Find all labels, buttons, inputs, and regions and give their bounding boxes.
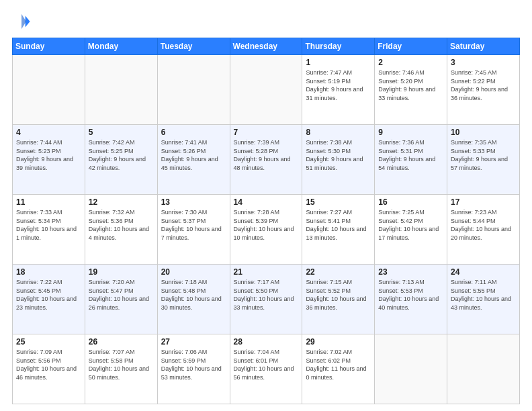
day-number: 6 (161, 128, 226, 137)
day-number: 5 (89, 128, 154, 137)
calendar-cell: 8Sunrise: 7:38 AM Sunset: 5:30 PM Daylig… (302, 125, 375, 195)
day-number: 11 (16, 197, 81, 207)
day-info: Sunrise: 7:41 AM Sunset: 5:26 PM Dayligh… (161, 138, 226, 172)
calendar-week-row: 4Sunrise: 7:44 AM Sunset: 5:23 PM Daylig… (13, 125, 520, 195)
day-info: Sunrise: 7:20 AM Sunset: 5:47 PM Dayligh… (89, 278, 154, 312)
day-number: 1 (306, 58, 371, 67)
calendar-cell: 23Sunrise: 7:13 AM Sunset: 5:53 PM Dayli… (375, 265, 447, 334)
day-number: 21 (234, 267, 299, 277)
calendar-cell: 19Sunrise: 7:20 AM Sunset: 5:47 PM Dayli… (85, 265, 157, 334)
calendar-cell (85, 55, 157, 125)
day-info: Sunrise: 7:23 AM Sunset: 5:44 PM Dayligh… (451, 208, 516, 242)
day-number: 27 (161, 337, 226, 347)
calendar-cell: 17Sunrise: 7:23 AM Sunset: 5:44 PM Dayli… (447, 195, 520, 265)
calendar-cell: 26Sunrise: 7:07 AM Sunset: 5:58 PM Dayli… (85, 334, 157, 404)
day-info: Sunrise: 7:44 AM Sunset: 5:23 PM Dayligh… (16, 138, 81, 172)
calendar-cell: 27Sunrise: 7:06 AM Sunset: 5:59 PM Dayli… (157, 334, 230, 404)
day-number: 18 (16, 267, 81, 277)
day-of-week-header: Tuesday (157, 38, 230, 55)
day-number: 4 (16, 128, 81, 137)
day-info: Sunrise: 7:39 AM Sunset: 5:28 PM Dayligh… (234, 138, 299, 172)
day-info: Sunrise: 7:47 AM Sunset: 5:19 PM Dayligh… (306, 68, 371, 102)
day-number: 7 (234, 128, 299, 137)
day-info: Sunrise: 7:13 AM Sunset: 5:53 PM Dayligh… (378, 278, 443, 312)
day-number: 17 (451, 197, 516, 207)
day-info: Sunrise: 7:30 AM Sunset: 5:37 PM Dayligh… (161, 208, 226, 242)
calendar-cell: 5Sunrise: 7:42 AM Sunset: 5:25 PM Daylig… (85, 125, 157, 195)
day-of-week-header: Sunday (13, 38, 85, 55)
calendar-cell: 11Sunrise: 7:33 AM Sunset: 5:34 PM Dayli… (13, 195, 85, 265)
calendar-cell: 25Sunrise: 7:09 AM Sunset: 5:56 PM Dayli… (13, 334, 85, 404)
day-info: Sunrise: 7:33 AM Sunset: 5:34 PM Dayligh… (16, 208, 81, 242)
day-number: 25 (16, 337, 81, 347)
day-info: Sunrise: 7:09 AM Sunset: 5:56 PM Dayligh… (16, 348, 81, 381)
day-info: Sunrise: 7:02 AM Sunset: 6:02 PM Dayligh… (306, 348, 371, 381)
day-info: Sunrise: 7:04 AM Sunset: 6:01 PM Dayligh… (234, 348, 299, 381)
day-info: Sunrise: 7:17 AM Sunset: 5:50 PM Dayligh… (234, 278, 299, 312)
day-info: Sunrise: 7:15 AM Sunset: 5:52 PM Dayligh… (306, 278, 371, 312)
day-number: 24 (451, 267, 516, 277)
day-info: Sunrise: 7:46 AM Sunset: 5:20 PM Dayligh… (378, 68, 443, 102)
day-info: Sunrise: 7:32 AM Sunset: 5:36 PM Dayligh… (89, 208, 154, 242)
day-info: Sunrise: 7:35 AM Sunset: 5:33 PM Dayligh… (451, 138, 516, 172)
day-number: 20 (161, 267, 226, 277)
calendar-week-row: 18Sunrise: 7:22 AM Sunset: 5:45 PM Dayli… (13, 265, 520, 334)
calendar-week-row: 1Sunrise: 7:47 AM Sunset: 5:19 PM Daylig… (13, 55, 520, 125)
day-number: 13 (161, 197, 226, 207)
calendar-cell: 1Sunrise: 7:47 AM Sunset: 5:19 PM Daylig… (302, 55, 375, 125)
calendar-cell: 2Sunrise: 7:46 AM Sunset: 5:20 PM Daylig… (375, 55, 447, 125)
day-of-week-header: Thursday (302, 38, 375, 55)
calendar-cell: 4Sunrise: 7:44 AM Sunset: 5:23 PM Daylig… (13, 125, 85, 195)
calendar-cell: 6Sunrise: 7:41 AM Sunset: 5:26 PM Daylig… (157, 125, 230, 195)
calendar-cell: 15Sunrise: 7:27 AM Sunset: 5:41 PM Dayli… (302, 195, 375, 265)
day-number: 2 (378, 58, 443, 67)
day-info: Sunrise: 7:45 AM Sunset: 5:22 PM Dayligh… (451, 68, 516, 102)
calendar-cell: 22Sunrise: 7:15 AM Sunset: 5:52 PM Dayli… (302, 265, 375, 334)
day-number: 16 (378, 197, 443, 207)
day-info: Sunrise: 7:25 AM Sunset: 5:42 PM Dayligh… (378, 208, 443, 242)
calendar-cell: 7Sunrise: 7:39 AM Sunset: 5:28 PM Daylig… (230, 125, 302, 195)
day-number: 10 (451, 128, 516, 137)
day-info: Sunrise: 7:38 AM Sunset: 5:30 PM Dayligh… (306, 138, 371, 172)
day-of-week-header: Wednesday (230, 38, 302, 55)
day-number: 12 (89, 197, 154, 207)
calendar-header-row: SundayMondayTuesdayWednesdayThursdayFrid… (13, 38, 520, 55)
calendar-cell: 29Sunrise: 7:02 AM Sunset: 6:02 PM Dayli… (302, 334, 375, 404)
day-number: 9 (378, 128, 443, 137)
calendar-cell: 24Sunrise: 7:11 AM Sunset: 5:55 PM Dayli… (447, 265, 520, 334)
day-number: 14 (234, 197, 299, 207)
day-number: 28 (234, 337, 299, 347)
logo (12, 12, 34, 31)
header (12, 12, 520, 31)
day-info: Sunrise: 7:36 AM Sunset: 5:31 PM Dayligh… (378, 138, 443, 172)
calendar-cell: 18Sunrise: 7:22 AM Sunset: 5:45 PM Dayli… (13, 265, 85, 334)
calendar-week-row: 11Sunrise: 7:33 AM Sunset: 5:34 PM Dayli… (13, 195, 520, 265)
day-number: 26 (89, 337, 154, 347)
day-of-week-header: Friday (375, 38, 447, 55)
day-number: 15 (306, 197, 371, 207)
day-number: 19 (89, 267, 154, 277)
calendar-cell (447, 334, 520, 404)
day-info: Sunrise: 7:18 AM Sunset: 5:48 PM Dayligh… (161, 278, 226, 312)
day-number: 3 (451, 58, 516, 67)
day-number: 23 (378, 267, 443, 277)
calendar-cell: 13Sunrise: 7:30 AM Sunset: 5:37 PM Dayli… (157, 195, 230, 265)
calendar-cell: 21Sunrise: 7:17 AM Sunset: 5:50 PM Dayli… (230, 265, 302, 334)
day-info: Sunrise: 7:11 AM Sunset: 5:55 PM Dayligh… (451, 278, 516, 312)
day-number: 8 (306, 128, 371, 137)
calendar-cell (157, 55, 230, 125)
logo-icon (12, 12, 31, 31)
calendar-cell: 12Sunrise: 7:32 AM Sunset: 5:36 PM Dayli… (85, 195, 157, 265)
calendar-cell: 16Sunrise: 7:25 AM Sunset: 5:42 PM Dayli… (375, 195, 447, 265)
calendar-cell: 20Sunrise: 7:18 AM Sunset: 5:48 PM Dayli… (157, 265, 230, 334)
calendar: SundayMondayTuesdayWednesdayThursdayFrid… (12, 38, 520, 404)
day-number: 29 (306, 337, 371, 347)
calendar-cell: 14Sunrise: 7:28 AM Sunset: 5:39 PM Dayli… (230, 195, 302, 265)
day-info: Sunrise: 7:28 AM Sunset: 5:39 PM Dayligh… (234, 208, 299, 242)
calendar-cell (230, 55, 302, 125)
page: SundayMondayTuesdayWednesdayThursdayFrid… (0, 0, 532, 411)
calendar-cell: 28Sunrise: 7:04 AM Sunset: 6:01 PM Dayli… (230, 334, 302, 404)
day-info: Sunrise: 7:06 AM Sunset: 5:59 PM Dayligh… (161, 348, 226, 381)
calendar-cell (13, 55, 85, 125)
day-info: Sunrise: 7:27 AM Sunset: 5:41 PM Dayligh… (306, 208, 371, 242)
